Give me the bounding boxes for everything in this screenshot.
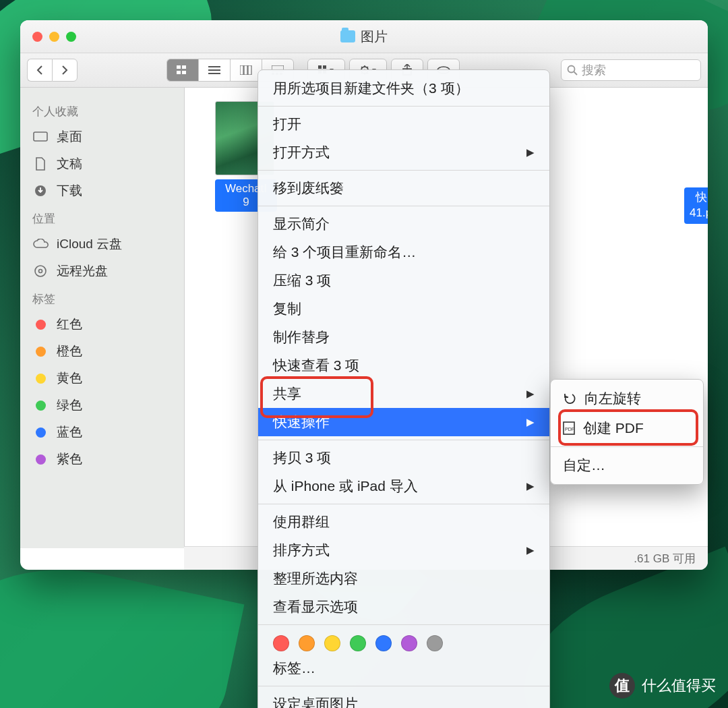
menu-item[interactable]: 整理所选内容 [258,564,549,593]
submenu-item-label: 向左旋转 [584,389,641,408]
menu-item[interactable]: 压缩 3 项 [258,266,549,295]
menu-item[interactable]: 从 iPhone 或 iPad 导入▶ [258,472,549,500]
menu-item-label: 压缩 3 项 [273,271,331,290]
cloud-icon [32,237,49,251]
menu-item-label: 查看显示选项 [273,597,358,616]
sidebar-item-label: 红色 [57,316,82,333]
tag-color-icon [32,372,49,385]
menu-item-label: 复制 [273,299,301,318]
downloads-icon [32,184,49,198]
tag-color-icon [32,425,49,439]
tag-color-swatch[interactable] [427,635,443,651]
tag-color-icon [32,345,49,358]
menu-item[interactable]: 打开方式▶ [258,138,549,167]
zoom-button[interactable] [66,32,76,42]
nav-forward-button[interactable] [52,59,78,82]
menu-item[interactable]: 快速操作▶ [258,408,549,436]
menu-item[interactable]: 设定桌面图片 [258,690,549,708]
sidebar-item-downloads[interactable]: 下载 [20,177,184,204]
tag-color-swatch[interactable] [299,635,315,651]
menu-item-label: 显示简介 [273,214,330,233]
menu-item-label: 从 iPhone 或 iPad 导入 [273,477,418,496]
svg-line-23 [574,72,578,76]
menu-item[interactable]: 制作替身 [258,323,549,351]
menu-item-label: 快速查看 3 项 [273,356,359,375]
search-field[interactable]: 搜索 [561,59,701,81]
menu-item-label: 用所选项目新建文件夹（3 项） [273,79,469,98]
window-title: 图片 [361,28,388,46]
tag-color-icon [32,318,49,331]
menu-item-label: 标签… [273,659,315,678]
submenu-item[interactable]: PDF创建 PDF [551,413,703,443]
sidebar-item-label: 黄色 [57,370,82,387]
svg-rect-8 [244,65,247,75]
menu-item[interactable]: 用所选项目新建文件夹（3 项） [258,74,549,102]
desktop-icon [32,130,49,144]
minimize-button[interactable] [49,32,59,42]
sidebar-item-label: 紫色 [57,450,82,468]
tag-color-swatch[interactable] [350,635,366,651]
svg-rect-9 [248,65,251,75]
view-list-button[interactable] [198,59,230,82]
menu-item[interactable]: 移到废纸篓 [258,174,549,202]
sidebar-item-remote-disc[interactable]: 远程光盘 [20,258,184,285]
sidebar-item-label: 下载 [57,182,82,200]
menu-item-label: 共享 [273,384,301,403]
menu-item-label: 排序方式 [273,541,330,560]
submenu-item[interactable]: 向左旋转 [551,384,703,413]
tag-color-swatch[interactable] [273,635,289,651]
tag-color-icon [32,452,49,466]
sidebar-tag-item[interactable]: 蓝色 [20,419,184,446]
submenu-item[interactable]: 自定… [551,450,703,480]
folder-icon [340,30,355,42]
bg-leaf [0,545,244,708]
sidebar-item-label: 绿色 [57,396,82,414]
menu-item[interactable]: 给 3 个项目重新命名… [258,238,549,266]
tag-color-swatch[interactable] [375,635,392,651]
menu-item[interactable]: 快速查看 3 项 [258,351,549,380]
sidebar-tag-item[interactable]: 绿色 [20,392,184,419]
menu-item[interactable]: 复制 [258,295,549,323]
menu-item[interactable]: 打开 [258,110,549,138]
sidebar-item-desktop[interactable]: 桌面 [20,123,184,150]
svg-rect-2 [177,71,181,74]
submenu-item-label: 创建 PDF [583,419,644,438]
pdf-icon: PDF [563,421,575,435]
sidebar-item-label: 蓝色 [57,423,82,441]
menu-item[interactable]: 标签… [258,654,549,682]
sidebar-tag-item[interactable]: 红色 [20,311,184,338]
sidebar-tag-item[interactable]: 紫色 [20,446,184,473]
menu-item[interactable]: 排序方式▶ [258,536,549,564]
nav-back-button[interactable] [27,59,52,82]
menu-item-label: 快速操作 [273,413,330,432]
sidebar-tag-item[interactable]: 黄色 [20,365,184,392]
watermark-text: 什么值得买 [642,676,716,696]
search-placeholder: 搜索 [582,62,606,78]
sidebar-heading-locations: 位置 [20,204,184,231]
tag-color-swatch[interactable] [401,635,417,651]
svg-rect-1 [182,65,186,69]
file-name-label: 快照41.png [684,187,708,224]
menu-item[interactable]: 显示简介 [258,210,549,238]
svg-rect-7 [240,65,243,75]
menu-item[interactable]: 使用群组 [258,508,549,536]
svg-point-26 [35,266,46,276]
view-columns-button[interactable] [230,59,262,82]
menu-item[interactable]: 查看显示选项 [258,593,549,621]
chevron-right-icon: ▶ [526,146,535,158]
sidebar-item-icloud[interactable]: iCloud 云盘 [20,231,184,258]
menu-item-label: 使用群组 [273,512,330,531]
sidebar-item-documents[interactable]: 文稿 [20,150,184,177]
menu-item[interactable]: 共享▶ [258,380,549,408]
view-icons-button[interactable] [166,59,198,82]
menu-item-label: 移到废纸篓 [273,179,344,198]
menu-tag-colors[interactable] [258,628,549,654]
menu-item[interactable]: 拷贝 3 项 [258,444,549,472]
menu-item-label: 拷贝 3 项 [273,448,331,467]
sidebar-tag-item[interactable]: 橙色 [20,338,184,365]
svg-rect-3 [182,71,186,74]
tag-color-swatch[interactable] [324,635,340,651]
close-button[interactable] [32,32,42,42]
documents-icon [32,157,49,171]
menu-item-label: 制作替身 [273,328,330,347]
